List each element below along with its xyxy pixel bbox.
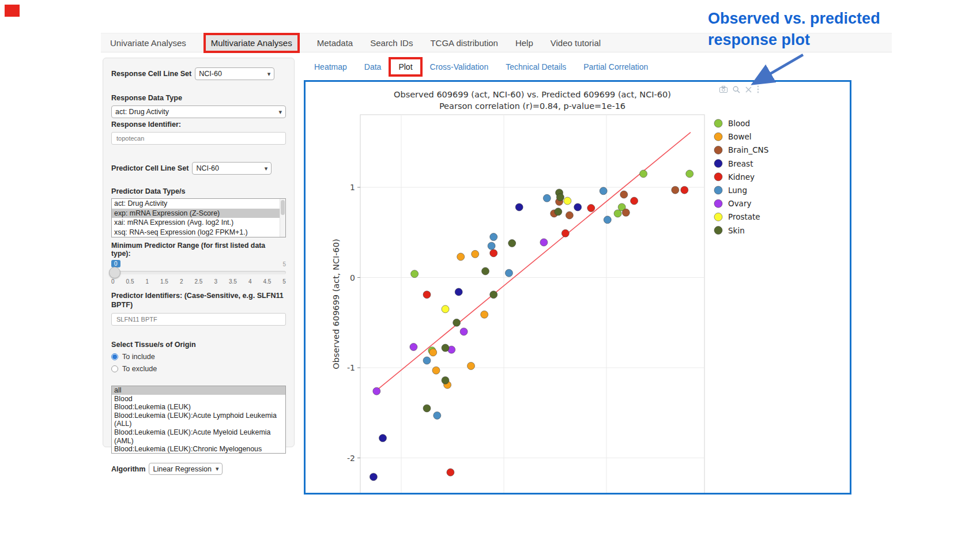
scatter-point[interactable] [490,291,497,299]
listbox-option[interactable]: xai: mRNA Expression (Avg. log2 Int.) [112,218,280,228]
scatter-point[interactable] [442,305,449,313]
predictor-identifiers-input[interactable] [111,313,286,326]
scatter-point[interactable] [411,270,419,278]
nav-item[interactable]: TCGA distribution [430,38,498,48]
legend-entry[interactable]: Lung [714,186,747,195]
scatter-point[interactable] [540,239,548,246]
scatter-point[interactable] [561,229,569,237]
scatter-plot[interactable]: -101-2-101Observed 609699 (act, NCI-60) … [306,82,850,493]
close-icon[interactable] [745,86,752,93]
scatter-point[interactable] [468,362,475,369]
predictor-cell-line-set-select[interactable]: NCI-60 ▾ [192,162,272,175]
scatter-point[interactable] [574,203,582,211]
tab[interactable]: Data [364,62,382,71]
legend-entry[interactable]: Prostate [714,212,760,221]
tissue-origin-radio[interactable]: To include [111,353,286,361]
listbox-option[interactable]: Blood [112,395,285,403]
scatter-point[interactable] [481,311,488,318]
scatter-point[interactable] [622,209,630,216]
scatter-point[interactable] [604,216,611,224]
scatter-point[interactable] [587,205,595,212]
tissue-origin-radio[interactable]: To exclude [111,365,286,373]
scatter-point[interactable] [566,212,573,219]
scatter-point[interactable] [457,253,465,261]
response-identifier-input[interactable] [111,132,286,145]
scatter-point[interactable] [490,250,497,257]
nav-item[interactable]: Video tutorial [551,38,601,48]
scatter-point[interactable] [686,170,693,178]
scatter-point[interactable] [442,344,449,352]
scatter-point[interactable] [453,319,461,326]
scatter-point[interactable] [455,288,462,296]
scatter-point[interactable] [432,367,440,374]
scatter-point[interactable] [640,170,647,178]
scatter-point[interactable] [490,233,497,241]
listbox-option[interactable]: xsq: RNA-seq Expression (log2 FPKM+1.) [112,228,280,237]
nav-item[interactable]: Metadata [317,38,353,48]
scatter-point[interactable] [672,186,679,194]
scatter-point[interactable] [442,376,449,384]
legend-entry[interactable]: Breast [714,159,753,168]
listbox-option[interactable]: Blood:Leukemia (LEUK):Acute Lymphoid Leu… [112,412,285,428]
legend-entry[interactable]: Kidney [714,172,755,182]
scatter-point[interactable] [410,344,417,351]
scatter-point[interactable] [423,405,431,412]
scatter-point[interactable] [505,269,512,277]
scatter-point[interactable] [460,328,468,335]
legend-entry[interactable]: Ovary [714,199,751,208]
tab[interactable]: Heatmap [314,62,347,71]
nav-item[interactable]: Multivariate Analyses [203,33,300,53]
scatter-point[interactable] [600,187,607,195]
scatter-point[interactable] [434,412,441,419]
legend-entry[interactable]: Bowel [714,132,752,141]
nav-item[interactable]: Search IDs [370,38,413,48]
scatter-point[interactable] [482,267,489,275]
scatter-point[interactable] [370,473,377,481]
scatter-point[interactable] [447,469,454,476]
tab[interactable]: Cross-Validation [430,62,489,71]
camera-icon[interactable] [719,86,728,93]
page: { "page": { "callout": {"line1": "Observ… [0,0,980,551]
scatter-point[interactable] [556,194,564,201]
listbox-option[interactable]: Blood:Leukemia (LEUK) [112,403,285,412]
response-cell-line-set-select[interactable]: NCI-60 ▾ [195,67,274,80]
slider-tick-label: 2.5 [195,278,203,285]
scrollbar[interactable] [280,199,285,237]
listbox-option[interactable]: exp: mRNA Expression (Z-Score) [112,209,280,218]
slider-track[interactable] [111,271,286,274]
nav-item[interactable]: Help [515,38,533,48]
more-icon[interactable] [757,85,759,93]
scatter-point[interactable] [379,435,387,442]
scatter-point[interactable] [429,349,437,356]
zoom-icon[interactable] [733,86,740,93]
scatter-point[interactable] [488,242,495,250]
scatter-point[interactable] [508,240,516,247]
scatter-point[interactable] [543,194,551,202]
tab[interactable]: Partial Correlation [583,62,648,71]
scatter-point[interactable] [620,191,628,198]
legend-entry[interactable]: Skin [714,226,745,235]
response-data-type-select[interactable]: act: Drug Activity ▾ [111,105,286,118]
legend-label: Breast [728,159,753,168]
nav-item[interactable]: Univariate Analyses [110,38,186,48]
scatter-point[interactable] [681,186,688,194]
annotation-line2: response plot [708,29,880,51]
tab[interactable]: Technical Details [506,62,566,71]
scatter-point[interactable] [631,197,638,205]
scatter-point[interactable] [515,203,523,211]
scatter-point[interactable] [555,208,562,216]
listbox-option[interactable]: all [112,386,285,395]
scatter-point[interactable] [423,291,431,299]
scatter-point[interactable] [373,387,380,395]
legend-entry[interactable]: Blood [714,119,750,128]
scatter-point[interactable] [423,357,431,364]
tab[interactable]: Plot [389,57,422,77]
listbox-option[interactable]: act: Drug Activity [112,199,280,209]
listbox-option[interactable]: Blood:Leukemia (LEUK):Acute Myeloid Leuk… [112,428,285,445]
listbox-option[interactable]: Blood:Leukemia (LEUK):Chronic Myelogenou… [112,445,285,454]
legend-entry[interactable]: Brain_CNS [714,145,768,154]
slider-handle[interactable] [109,267,120,278]
scatter-point[interactable] [472,250,479,258]
scatter-point[interactable] [564,197,571,205]
algorithm-select[interactable]: Linear Regression ▾ [149,463,223,475]
